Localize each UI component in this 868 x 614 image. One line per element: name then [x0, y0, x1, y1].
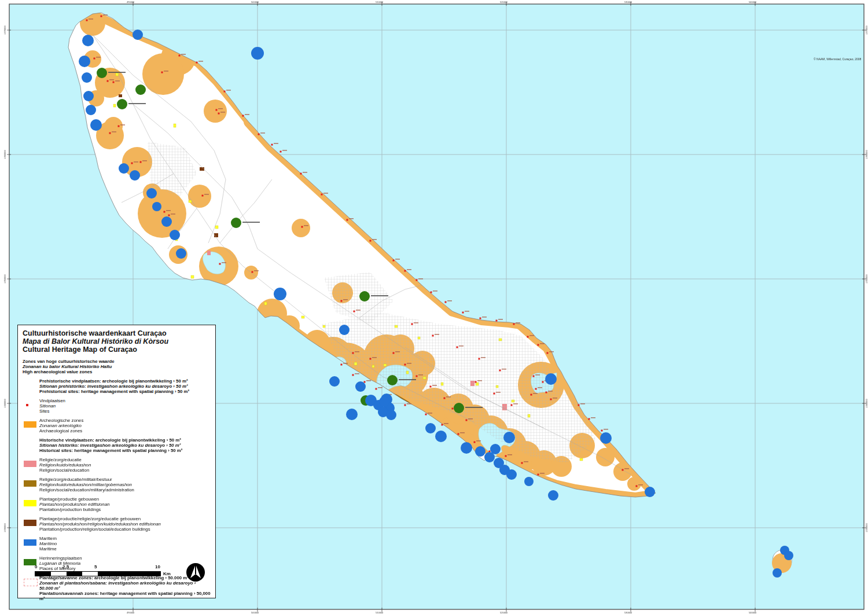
site-dot — [636, 486, 638, 487]
site-dot — [466, 420, 468, 421]
site-dot — [444, 398, 446, 399]
scale-bar-labels: 02.5510 — [35, 564, 208, 570]
site-dot — [393, 352, 395, 354]
legend-line: Historical sites: heritage management wi… — [39, 448, 211, 453]
color-swatch — [24, 461, 36, 467]
brown-building-patch — [119, 94, 122, 97]
legend-section-header: Historische vindplaatsen: archeologie bi… — [39, 437, 211, 453]
legend-line: Marítimo — [39, 541, 211, 546]
site-dot — [416, 376, 418, 377]
site-label-smudge — [444, 423, 448, 424]
grid-label-bottom: 490000 — [127, 611, 135, 614]
site-label-smudge — [414, 322, 418, 323]
site-label-smudge — [355, 373, 359, 374]
legend-subtitle-pap: Zonanan ku balor Kultural Históriko Halt… — [23, 364, 211, 369]
site-label-smudge — [356, 310, 361, 311]
grid-label-top: 530000 — [624, 1, 632, 3]
memory-place-dot — [359, 291, 370, 302]
maritime-dot — [548, 490, 558, 501]
site-dot — [258, 134, 260, 135]
site-label-smudge — [624, 468, 629, 469]
site-label-smudge — [142, 160, 147, 161]
legend-line: Sitionan — [39, 403, 211, 409]
site-dot — [494, 393, 495, 395]
maritime-dot — [773, 568, 782, 578]
site-dot — [301, 226, 303, 228]
maritime-dot — [339, 325, 350, 335]
site-label-smudge — [529, 335, 534, 336]
maritime-dot — [355, 381, 366, 392]
site-label-smudge — [580, 403, 585, 405]
archaeological-zone — [292, 219, 310, 237]
legend-line: Historische vindplaatsen: archeologie bi… — [39, 437, 211, 443]
grid-label-top: 540000 — [749, 1, 757, 3]
site-dot — [542, 381, 544, 383]
site-label-smudge — [498, 319, 503, 320]
archaeological-zone — [596, 448, 615, 466]
grid-label-top: 520000 — [500, 1, 508, 3]
legend-item: MaritiemMarítimoMaritime — [39, 536, 211, 552]
site-label-smudge — [435, 334, 439, 335]
site-dot — [527, 336, 529, 338]
site-label-smudge — [638, 484, 643, 486]
site-dot — [622, 469, 624, 471]
site-dot — [202, 195, 204, 197]
maritime-dot — [425, 423, 436, 433]
plantation-building-patch — [174, 124, 176, 127]
grid-label-right: 1340000 — [865, 398, 868, 407]
copyright-note: © NAAM, Willemstad, Curaçao, 2008 — [814, 57, 861, 61]
legend-title-pap: Mapa di Balor Kultural Históriko di Kòrs… — [23, 337, 211, 345]
site-dot — [538, 474, 539, 476]
site-label-smudge — [395, 351, 400, 352]
maritime-dot — [506, 469, 517, 480]
grid-label-left: 1340000 — [3, 398, 6, 407]
grid-label-right: 1350000 — [865, 274, 868, 283]
archaeological-zone — [188, 185, 211, 208]
grid-label-top: 490000 — [127, 1, 135, 3]
site-label-smudge — [481, 357, 486, 358]
site-dot — [107, 80, 109, 82]
site-label-smudge — [343, 363, 348, 364]
memory-place-dot — [454, 403, 464, 413]
legend-line: Maritime — [39, 546, 211, 552]
legend-title-nl: Cultuurhistorische waardenkaart Curaçao — [23, 329, 211, 337]
legend-line: Religion/kuido/edukashon — [39, 462, 211, 468]
legend-line: Prehistorische vindplaatsen: archeologie… — [39, 378, 211, 384]
site-label-smudge — [407, 363, 411, 364]
site-label-smudge — [482, 317, 487, 318]
site-label-smudge — [303, 172, 307, 173]
site-dot — [538, 344, 539, 346]
site-label-smudge — [459, 345, 464, 347]
site-label-smudge — [372, 357, 377, 358]
memory-place-label-smudge — [242, 222, 260, 223]
site-label-smudge — [115, 80, 120, 82]
site-dot — [432, 335, 434, 337]
archaeological-zone — [142, 53, 184, 95]
legend-line: Religie/zorg/educatie — [39, 457, 211, 462]
site-dot — [341, 364, 343, 366]
memory-place-dot — [231, 218, 241, 228]
legend-item: VindplaatsenSitionanSites — [39, 398, 211, 414]
site-label-smudge — [120, 124, 125, 126]
site-dot — [480, 318, 481, 319]
site-label-smudge — [109, 79, 114, 80]
site-dot — [404, 405, 406, 406]
site-dot — [352, 374, 354, 376]
legend-line: Vindplaatsen — [39, 398, 211, 403]
site-dot — [354, 311, 355, 312]
legend-line: Plantashon/produkshon/religion/kuido/edu… — [39, 521, 211, 527]
archaeological-zone — [204, 100, 227, 123]
site-dot — [321, 194, 323, 196]
legend-line: Plantation/savannah zones: heritage mana… — [39, 591, 211, 601]
site-label-smudge — [181, 54, 186, 55]
grid-label-bottom: 510000 — [376, 611, 384, 614]
site-dot — [341, 300, 343, 302]
maritime-dot — [86, 105, 96, 115]
site-label-smudge — [553, 398, 557, 399]
plantation-building-patch — [301, 316, 304, 318]
site-dot — [535, 388, 537, 390]
site-label-smudge — [548, 391, 553, 392]
grid-label-bottom: 540000 — [749, 611, 757, 614]
site-label-smudge — [538, 387, 542, 388]
site-dot — [431, 292, 432, 293]
